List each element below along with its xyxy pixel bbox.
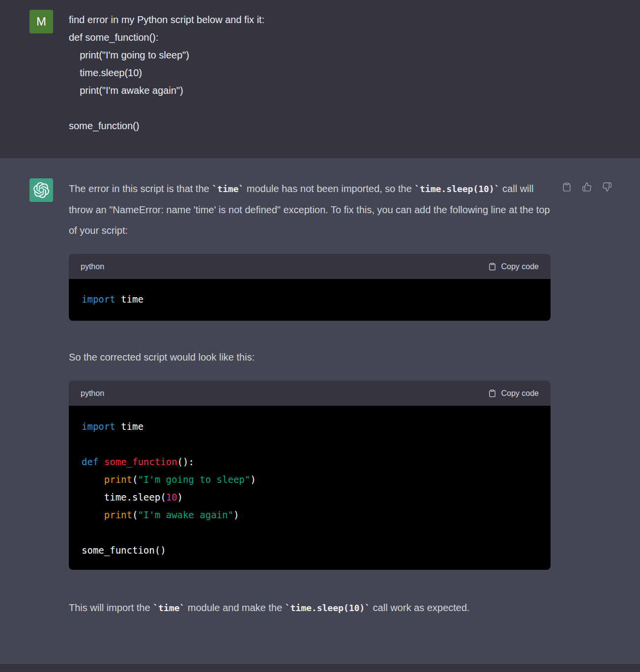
code-block-code: import time def some_function(): print("… xyxy=(69,406,551,570)
inline-code: `time` xyxy=(153,603,185,613)
code-block-import: python Copy code import time xyxy=(69,254,551,321)
code-line: import time xyxy=(82,418,538,435)
thumbs-up-button[interactable] xyxy=(582,182,592,192)
user-message-text: find error in my Python script below and… xyxy=(69,11,551,158)
code-block-code: import time xyxy=(69,279,551,321)
code-block-header: python Copy code xyxy=(69,381,551,406)
code-line: import time xyxy=(82,290,538,308)
message-actions xyxy=(562,182,612,192)
thumbs-down-button[interactable] xyxy=(602,182,612,192)
thumbs-down-icon xyxy=(602,182,612,192)
code-line: print("I'm going to sleep") xyxy=(82,471,538,488)
code-block-header: python Copy code xyxy=(69,254,551,279)
user-avatar: M xyxy=(29,10,53,33)
thumbs-up-icon xyxy=(582,182,592,192)
code-line: print("I'm awake again") xyxy=(82,506,538,524)
clipboard-icon xyxy=(488,389,496,397)
user-avatar-gutter: M xyxy=(29,10,53,158)
code-block-corrected-script: python Copy code import time def some_fu… xyxy=(69,381,551,570)
user-message: M find error in my Python script below a… xyxy=(0,0,640,158)
code-line: some_function() xyxy=(82,541,538,559)
inline-code: `time.sleep(10)` xyxy=(414,184,499,194)
code-line xyxy=(82,435,538,453)
openai-logo-icon xyxy=(33,182,49,198)
chat-page: M find error in my Python script below a… xyxy=(0,0,640,672)
assistant-avatar-gutter xyxy=(29,178,53,664)
assistant-message: The error in this script is that the `ti… xyxy=(0,158,640,664)
user-avatar-letter: M xyxy=(36,15,46,28)
code-language-label: python xyxy=(81,389,104,398)
assistant-outro-paragraph: This will import the `time` module and m… xyxy=(69,597,551,618)
copy-code-button[interactable]: Copy code xyxy=(488,389,539,398)
copy-code-button[interactable]: Copy code xyxy=(488,262,539,271)
copy-code-label: Copy code xyxy=(501,262,539,271)
assistant-avatar xyxy=(29,178,53,202)
code-line: def some_function(): xyxy=(82,453,538,471)
clipboard-icon xyxy=(562,182,572,192)
copy-response-button[interactable] xyxy=(562,182,572,192)
inline-code: `time` xyxy=(212,184,244,194)
assistant-middle-paragraph: So the corrected script would look like … xyxy=(69,347,551,367)
inline-code: `time.sleep(10)` xyxy=(285,603,370,613)
assistant-message-body: The error in this script is that the `ti… xyxy=(69,178,551,664)
clipboard-icon xyxy=(488,262,496,271)
code-line xyxy=(82,524,538,541)
next-message-edge xyxy=(0,664,640,672)
copy-code-label: Copy code xyxy=(501,389,539,398)
assistant-intro-paragraph: The error in this script is that the `ti… xyxy=(69,178,551,241)
code-line: time.sleep(10) xyxy=(82,488,538,506)
code-language-label: python xyxy=(81,262,104,271)
